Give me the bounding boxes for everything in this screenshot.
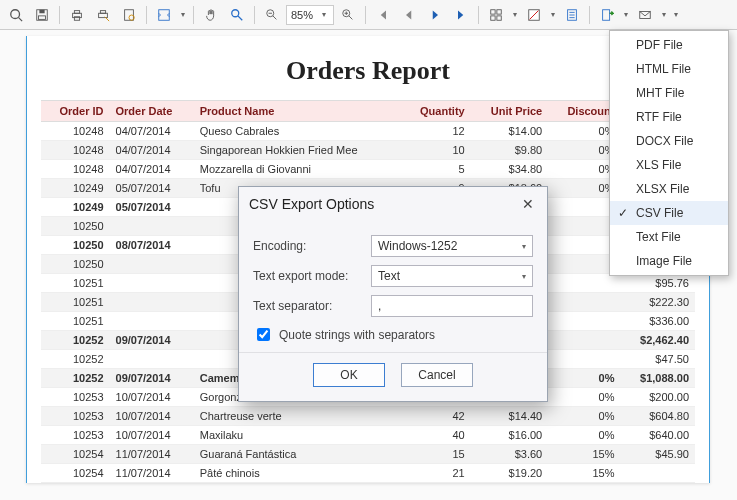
table-cell: 10250 (41, 255, 110, 274)
email-caret[interactable]: ▾ (659, 10, 669, 19)
separator (365, 6, 366, 24)
table-cell: Maxilaku (194, 426, 402, 445)
table-row: 1024804/07/2014Mozzarella di Giovanni5$3… (41, 160, 695, 179)
table-cell: $200.00 (620, 388, 695, 407)
svg-point-13 (232, 9, 239, 16)
table-cell: 10252 (41, 350, 110, 369)
column-header: Order Date (110, 101, 194, 122)
page-setup-icon[interactable] (117, 3, 141, 27)
separator (193, 6, 194, 24)
encoding-value: Windows-1252 (378, 239, 457, 253)
column-header: Unit Price (471, 101, 549, 122)
table-cell: 15% (548, 464, 620, 483)
separator (589, 6, 590, 24)
zoom-out-icon[interactable] (260, 3, 284, 27)
multi-page-icon[interactable] (484, 3, 508, 27)
table-cell: $640.00 (620, 426, 695, 445)
zoom-value: 85% (291, 9, 313, 21)
export-menu-item[interactable]: Image File (610, 249, 728, 273)
table-cell: 10251 (41, 312, 110, 331)
next-page-icon[interactable] (423, 3, 447, 27)
table-cell (548, 312, 620, 331)
table-cell: 15 (401, 445, 470, 464)
export-menu-item[interactable]: XLSX File (610, 177, 728, 201)
bg-color-icon[interactable] (522, 3, 546, 27)
table-cell: 10254 (41, 445, 110, 464)
export-menu-item[interactable]: XLS File (610, 153, 728, 177)
svg-line-14 (238, 15, 242, 19)
overflow-caret[interactable]: ▾ (671, 10, 681, 19)
prev-page-icon[interactable] (397, 3, 421, 27)
save-icon[interactable] (30, 3, 54, 27)
table-cell: $95.76 (620, 274, 695, 293)
mode-label: Text export mode: (253, 269, 363, 283)
export-menu-item[interactable]: Text File (610, 225, 728, 249)
magnifier-icon[interactable] (225, 3, 249, 27)
menu-item-label: HTML File (636, 62, 691, 76)
scale-icon[interactable] (152, 3, 176, 27)
table-cell: $604.80 (620, 407, 695, 426)
svg-rect-31 (603, 9, 610, 20)
first-page-icon[interactable] (371, 3, 395, 27)
multi-page-caret[interactable]: ▾ (510, 10, 520, 19)
bg-color-caret[interactable]: ▾ (548, 10, 558, 19)
table-cell: 11/07/2014 (110, 445, 194, 464)
dialog-separator (239, 352, 547, 353)
table-cell: $14.00 (471, 122, 549, 141)
table-cell: 10252 (41, 369, 110, 388)
ok-button[interactable]: OK (313, 363, 385, 387)
export-menu-item[interactable]: ✓CSV File (610, 201, 728, 225)
export-icon[interactable] (595, 3, 619, 27)
table-cell: $1,088.00 (620, 369, 695, 388)
quick-print-icon[interactable] (91, 3, 115, 27)
zoom-combo[interactable]: 85% ▾ (286, 5, 334, 25)
zoom-in-icon[interactable] (336, 3, 360, 27)
menu-item-label: RTF File (636, 110, 682, 124)
table-cell: $336.00 (620, 312, 695, 331)
column-header: Order ID (41, 101, 110, 122)
table-cell: 04/07/2014 (110, 160, 194, 179)
table-cell: 10248 (41, 141, 110, 160)
table-cell: 10254 (41, 464, 110, 483)
csv-export-dialog: CSV Export Options ✕ Encoding: Windows-1… (238, 186, 548, 402)
table-cell: 09/07/2014 (110, 369, 194, 388)
column-header: Product Name (194, 101, 402, 122)
encoding-combo[interactable]: Windows-1252 ▾ (371, 235, 533, 257)
separator-label: Text separator: (253, 299, 363, 313)
table-cell: 0% (548, 407, 620, 426)
mode-value: Text (378, 269, 400, 283)
svg-rect-3 (39, 9, 44, 13)
svg-line-1 (19, 17, 23, 21)
menu-item-label: Text File (636, 230, 681, 244)
cancel-button[interactable]: Cancel (401, 363, 473, 387)
watermark-icon[interactable] (560, 3, 584, 27)
chevron-down-icon[interactable]: ▾ (319, 10, 329, 19)
report-title: Orders Report (41, 56, 695, 86)
export-menu-item[interactable]: HTML File (610, 57, 728, 81)
mode-combo[interactable]: Text ▾ (371, 265, 533, 287)
export-menu-item[interactable]: RTF File (610, 105, 728, 129)
scale-dropdown-caret[interactable]: ▾ (178, 10, 188, 19)
export-menu-item[interactable]: MHT File (610, 81, 728, 105)
search-icon[interactable] (4, 3, 28, 27)
separator-input[interactable]: , (371, 295, 533, 317)
table-cell: $14.40 (471, 407, 549, 426)
chevron-down-icon: ▾ (522, 242, 526, 251)
email-icon[interactable] (633, 3, 657, 27)
export-menu-item[interactable]: DOCX File (610, 129, 728, 153)
quote-checkbox[interactable] (257, 328, 270, 341)
table-cell (110, 217, 194, 236)
separator-value: , (378, 299, 381, 313)
toolbar: ▾ 85% ▾ ▾ ▾ ▾ ▾ ▾ (0, 0, 737, 30)
table-cell: $2,462.40 (620, 331, 695, 350)
quote-label: Quote strings with separators (279, 328, 435, 342)
close-icon[interactable]: ✕ (519, 195, 537, 213)
hand-tool-icon[interactable] (199, 3, 223, 27)
table-cell: 04/07/2014 (110, 141, 194, 160)
print-icon[interactable] (65, 3, 89, 27)
table-row: 1025411/07/2014Pâté chinois21$19.2015% (41, 464, 695, 483)
export-menu-item[interactable]: PDF File (610, 33, 728, 57)
last-page-icon[interactable] (449, 3, 473, 27)
export-dropdown-caret[interactable]: ▾ (621, 10, 631, 19)
separator (146, 6, 147, 24)
